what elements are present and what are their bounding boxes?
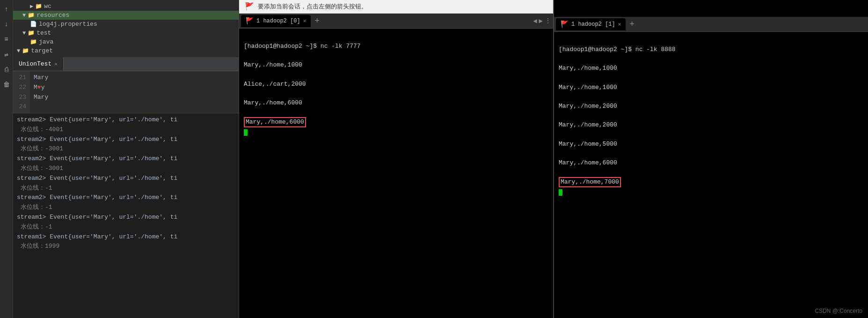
- output-watermark-5: 水位线：-1: [17, 203, 235, 213]
- tree-label-log4j: log4j.properties: [39, 21, 97, 28]
- right-terminal-highlighted-line: Mary,./home,7000: [559, 177, 621, 187]
- chevron-down-icon-2: ▼: [22, 30, 26, 37]
- tree-item-test[interactable]: ▼ 📁 test: [13, 29, 239, 37]
- right-terminal-close-icon[interactable]: ✕: [618, 21, 621, 27]
- left-terminal-command: [hadoop1@hadoop2 ~]$ nc -lk 7777: [244, 42, 548, 51]
- tab-uniontest[interactable]: UnionTest ✕: [13, 57, 64, 71]
- output-line-2: stream2> Event{user='Mary', url='./home'…: [17, 135, 235, 145]
- right-terminal-body[interactable]: [hadoop1@hadoop2 ~]$ nc -lk 8888 Mary,./…: [554, 32, 868, 318]
- folder-icon: 📁: [35, 3, 42, 10]
- right-term-line-3: Mary,./home,2000: [559, 102, 863, 111]
- terminals-area: 🚩 要添加当前会话，点击左侧的箭头按钮。 🚩 1 hadoop2 [0] ✕ +…: [239, 0, 868, 318]
- chevron-right-icon: ▶: [30, 3, 33, 10]
- tree-label-target: target: [31, 47, 53, 54]
- right-terminal-tab-bar: 🚩 1 hadoop2 [1] ✕ +: [554, 17, 868, 32]
- right-terminal-add-icon[interactable]: +: [627, 20, 636, 29]
- tab-close-icon[interactable]: ✕: [54, 61, 58, 67]
- notification-bar: 🚩 要添加当前会话，点击左侧的箭头按钮。: [239, 0, 553, 14]
- output-watermark-2: 水位线：-3001: [17, 144, 235, 154]
- right-term-line-4: Mary,./home,2000: [559, 120, 863, 130]
- output-line-5: stream2> Event{user='Mary', url='./home'…: [17, 193, 235, 203]
- left-term-line-1: Mary,./home,1000: [244, 60, 548, 70]
- watermark: CSDN @:Concerto: [815, 308, 862, 314]
- sidebar-icons: ↑ ↓ ≡ ⇌ ⎙ 🗑: [0, 0, 13, 318]
- right-term-line-1: Mary,./home,1000: [559, 64, 863, 73]
- output-watermark-7: 水位线：1999: [17, 242, 235, 251]
- left-panel: ↑ ↓ ≡ ⇌ ⎙ 🗑 ▶ 📁 wc ▼ 📁 resources 📄 log4j…: [0, 0, 239, 318]
- output-line-3: stream2> Event{user='Mary', url='./home'…: [17, 154, 235, 164]
- right-term-line-6: Mary,./home,6000: [559, 158, 863, 168]
- tree-item-log4j[interactable]: 📄 log4j.properties: [13, 20, 239, 29]
- left-terminal-body[interactable]: [hadoop1@hadoop2 ~]$ nc -lk 7777 Mary,./…: [239, 29, 553, 318]
- output-line-4: stream2> Event{user='Mary', url='./home'…: [17, 174, 235, 184]
- left-term-line-2: Alice,./cart,2000: [244, 80, 548, 89]
- output-line-1: stream2> Event{user='Mary', url='./home'…: [17, 115, 235, 125]
- left-terminal-cursor: [244, 129, 248, 136]
- left-terminal-highlighted-line: Mary,./home,6000: [244, 117, 306, 127]
- folder-java-icon: 📁: [30, 38, 37, 45]
- align2-icon[interactable]: ⇌: [2, 49, 10, 60]
- left-terminal-tab-bar: 🚩 1 hadoop2 [0] ✕ + ◀ ▶ ⋮: [239, 14, 553, 29]
- right-terminal-cursor: [559, 189, 562, 196]
- tree-item-java[interactable]: 📁 java: [13, 37, 239, 46]
- tree-item-wc[interactable]: ▶ 📁 wc: [13, 2, 239, 11]
- right-term-line-5: Mary,./home,5000: [559, 140, 863, 149]
- tab-flag-icon-left: 🚩: [246, 17, 254, 25]
- folder-test-icon: 📁: [28, 30, 35, 37]
- print-icon[interactable]: ⎙: [3, 64, 10, 75]
- output-line-7: stream1> Event{user='Mary', url='./home'…: [17, 232, 235, 242]
- left-term-line-3: Mary,./home,6000: [244, 98, 548, 108]
- left-terminal-add-icon[interactable]: +: [313, 16, 321, 26]
- folder-resources-icon: 📁: [28, 12, 35, 19]
- line-number-gutter: 2122232425: [13, 71, 30, 113]
- run-output-panel: stream2> Event{user='Mary', url='./home'…: [13, 113, 239, 318]
- notification-text: 要添加当前会话，点击左侧的箭头按钮。: [258, 2, 367, 11]
- tree-item-resources[interactable]: ▼ 📁 resources: [13, 11, 239, 20]
- output-line-6: stream1> Event{user='Mary', url='./home'…: [17, 213, 235, 222]
- tree-label-wc: wc: [44, 3, 51, 10]
- tab-flag-icon-right: 🚩: [561, 20, 569, 28]
- left-terminal-tab[interactable]: 🚩 1 hadoop2 [0] ✕: [241, 15, 311, 27]
- tree-label-test: test: [36, 30, 51, 37]
- left-terminal-panel: 🚩 要添加当前会话，点击左侧的箭头按钮。 🚩 1 hadoop2 [0] ✕ +…: [239, 0, 553, 318]
- right-term-line-2: Mary,./home,1000: [559, 83, 863, 92]
- editor-tab-bar: UnionTest ✕: [13, 57, 239, 71]
- tree-item-target[interactable]: ▼ 📁 target: [13, 46, 239, 55]
- code-snippet-area: 2122232425 Mary M♥y Mary Mary: [13, 71, 239, 113]
- arrow-down-icon[interactable]: ↓: [2, 19, 10, 30]
- tab-label-uniontest: UnionTest: [19, 60, 51, 67]
- file-tree: ▶ 📁 wc ▼ 📁 resources 📄 log4j.properties …: [13, 0, 239, 57]
- file-icon: 📄: [30, 21, 37, 28]
- left-terminal-close-icon[interactable]: ✕: [303, 18, 306, 24]
- folder-target-icon: 📁: [22, 47, 29, 54]
- left-terminal-tab-label: 1 hadoop2 [0]: [256, 18, 300, 24]
- nav-menu-icon[interactable]: ⋮: [545, 17, 551, 25]
- right-terminal-panel: 🚩 1 hadoop2 [1] ✕ + [hadoop1@hadoop2 ~]$…: [554, 0, 868, 318]
- right-terminal-tab-label: 1 hadoop2 [1]: [571, 21, 615, 28]
- nav-next-icon[interactable]: ▶: [539, 17, 543, 25]
- nav-prev-icon[interactable]: ◀: [533, 17, 537, 25]
- output-watermark-3: 水位线：-3001: [17, 164, 235, 174]
- output-watermark-4: 水位线：-1: [17, 184, 235, 193]
- code-content: Mary M♥y Mary Mary: [30, 71, 239, 113]
- tree-label-java: java: [39, 38, 53, 45]
- right-terminal-command: [hadoop1@hadoop2 ~]$ nc -lk 8888: [559, 45, 863, 54]
- notification-flag-icon: 🚩: [245, 2, 254, 11]
- file-tree-and-editor: ▶ 📁 wc ▼ 📁 resources 📄 log4j.properties …: [13, 0, 239, 318]
- delete-icon[interactable]: 🗑: [1, 79, 12, 90]
- tree-label-resources: resources: [36, 12, 69, 19]
- chevron-down-icon: ▼: [22, 12, 26, 19]
- output-watermark-6: 水位线：-1: [17, 222, 235, 232]
- arrow-up-icon[interactable]: ↑: [2, 4, 10, 15]
- chevron-down-icon-3: ▼: [17, 48, 20, 54]
- right-terminal-tab[interactable]: 🚩 1 hadoop2 [1] ✕: [556, 18, 626, 30]
- align-icon[interactable]: ≡: [2, 34, 10, 45]
- output-watermark-1: 水位线：-4001: [17, 125, 235, 135]
- terminal-nav-left: ◀ ▶ ⋮: [533, 17, 551, 25]
